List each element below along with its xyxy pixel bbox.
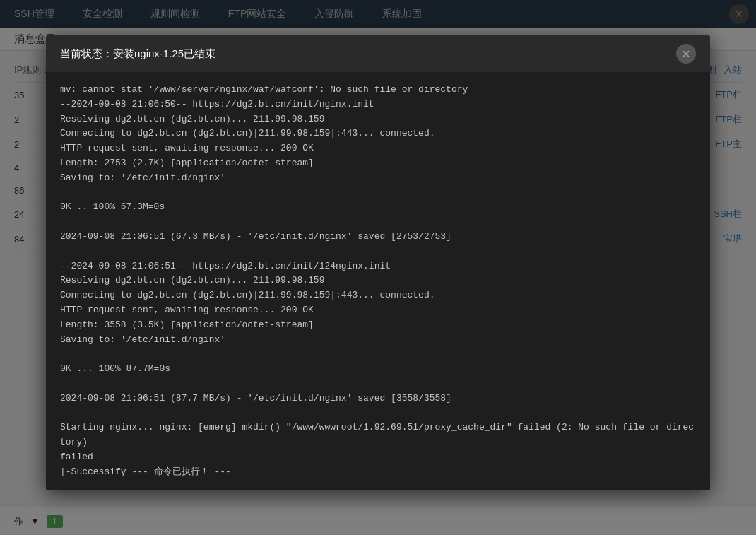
modal-body[interactable]: mv: cannot stat '/www/server/nginx/waf/w… (46, 72, 710, 490)
background-page: SSH管理 安全检测 规则间检测 FTP网站安全 入侵防御 系统加固 × 消息盒… (0, 0, 756, 535)
modal-dialog: 当前状态：安装nginx-1.25已结束 × mv: cannot stat '… (46, 35, 710, 490)
modal-close-button[interactable]: × (676, 44, 696, 64)
modal-overlay: 当前状态：安装nginx-1.25已结束 × mv: cannot stat '… (0, 0, 756, 535)
modal-title: 当前状态：安装nginx-1.25已结束 (60, 47, 215, 61)
modal-header: 当前状态：安装nginx-1.25已结束 × (46, 35, 710, 72)
